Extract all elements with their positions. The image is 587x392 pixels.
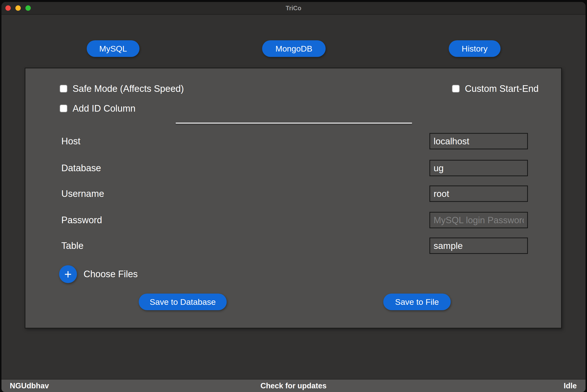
add-id-column-checkbox[interactable]	[60, 104, 68, 112]
database-input[interactable]	[430, 160, 528, 176]
password-label: Password	[61, 215, 102, 226]
table-input[interactable]	[430, 238, 528, 254]
save-to-file-button[interactable]: Save to File	[383, 294, 451, 310]
choose-files-button[interactable]: + Choose Files	[59, 265, 138, 283]
database-label: Database	[61, 163, 101, 174]
check-for-updates-link[interactable]: Check for updates	[2, 382, 586, 390]
choose-files-label: Choose Files	[84, 269, 138, 280]
zoom-button[interactable]	[26, 5, 31, 11]
app-window: TriCo MySQL MongoDB History Safe Mode (A…	[2, 2, 586, 392]
traffic-lights	[2, 5, 31, 11]
host-input[interactable]	[430, 133, 528, 150]
safe-mode-checkbox[interactable]	[60, 85, 68, 92]
mongodb-tab-button[interactable]: MongoDB	[262, 40, 326, 57]
field-row-host: Host	[26, 133, 561, 150]
field-row-table: Table	[26, 238, 561, 254]
save-to-database-button[interactable]: Save to Database	[139, 294, 227, 310]
custom-start-end-label: Custom Start-End	[465, 84, 539, 94]
plus-icon: +	[59, 265, 77, 283]
safe-mode-label: Safe Mode (Affects Speed)	[72, 84, 184, 94]
minimize-button[interactable]	[16, 5, 21, 11]
safe-mode-option: Safe Mode (Affects Speed)	[60, 83, 184, 94]
add-id-column-label: Add ID Column	[72, 103, 136, 114]
status-state: Idle	[564, 382, 577, 390]
custom-start-end-checkbox[interactable]	[452, 85, 460, 92]
window-title: TriCo	[2, 5, 586, 12]
host-label: Host	[61, 136, 80, 146]
username-label: Username	[61, 188, 104, 199]
username-input[interactable]	[430, 186, 528, 202]
status-bar: NGUdbhav Check for updates Idle	[2, 379, 586, 392]
section-divider	[176, 122, 412, 124]
add-id-column-option: Add ID Column	[60, 103, 136, 114]
custom-start-end-option: Custom Start-End	[452, 83, 539, 94]
table-label: Table	[61, 240, 84, 251]
field-row-password: Password	[26, 212, 561, 228]
title-bar: TriCo	[2, 2, 586, 15]
field-row-database: Database	[26, 160, 561, 176]
main-panel: Safe Mode (Affects Speed) Add ID Column …	[25, 68, 562, 328]
field-row-username: Username	[26, 186, 561, 202]
close-button[interactable]	[5, 5, 11, 11]
password-input[interactable]	[430, 212, 528, 228]
history-tab-button[interactable]: History	[449, 40, 500, 57]
mysql-tab-button[interactable]: MySQL	[87, 40, 140, 57]
